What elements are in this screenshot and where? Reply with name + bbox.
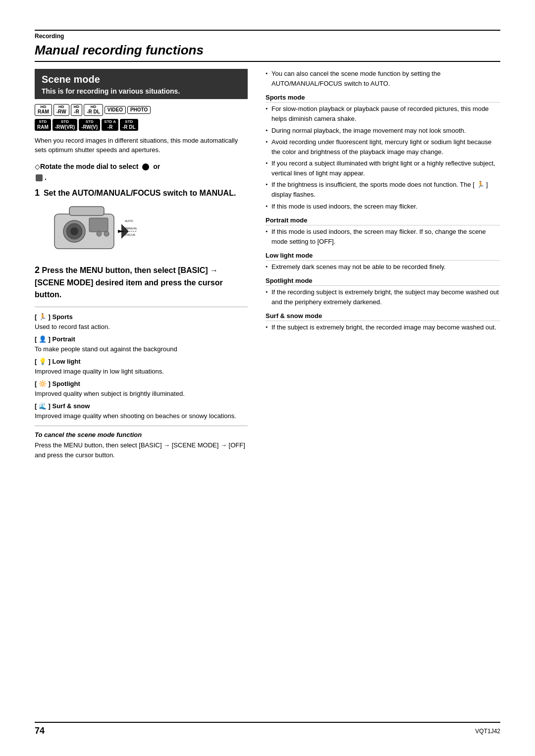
portrait-mode-bullets: If this mode is used indoors, the screen… [266, 227, 500, 247]
cancel-title: To cancel the scene mode function [35, 431, 248, 438]
surf-bullet-1: If the subject is extremely bright, the … [266, 323, 500, 332]
surf-icon-section: [ 🌊 ] Surf & snow Improved image quality… [35, 401, 248, 421]
lowlight-desc: Improved image quality in low light situ… [35, 368, 164, 375]
cancel-text: Press the MENU button, then select [BASI… [35, 440, 248, 460]
surf-mode-bullets: If the subject is extremely bright, the … [266, 323, 500, 332]
intro-text: When you record images in different situ… [35, 136, 248, 155]
svg-text:FOCUS: FOCUS [125, 233, 135, 236]
lowlight-bullet-1: Extremely dark scenes may not be able to… [266, 262, 500, 272]
step-1: 1 Set the AUTO/MANUAL/FOCUS switch to MA… [35, 188, 248, 198]
sports-mode-bullets: For slow-motion playback or playback pau… [266, 104, 500, 211]
surf-label: [ 🌊 ] Surf & snow [35, 402, 90, 410]
surf-mode-title: Surf & snow mode [266, 312, 500, 321]
rotate-text: ◇Rotate the mode dial to select or . [35, 161, 248, 183]
badge-video: VIDEO [105, 106, 126, 114]
right-intro-bullets: You can also cancel the scene mode funct… [266, 69, 500, 89]
lowlight-icon-section: [ 💡 ] Low light Improved image quality i… [35, 357, 248, 376]
portrait-mode-title: Portrait mode [266, 216, 500, 225]
svg-rect-5 [69, 207, 104, 216]
sports-bullet-1: For slow-motion playback or playback pau… [266, 104, 500, 124]
badge-std-rwvr: STD-RW(VR) [53, 119, 77, 131]
surf-mode-section: Surf & snow mode If the subject is extre… [266, 312, 500, 332]
scene-mode-box: Scene mode This is for recording in vari… [35, 69, 248, 99]
camcorder-svg: AUTO MANUAL FOCUS [45, 204, 144, 259]
portrait-bullet-1: If this mode is used indoors, the screen… [266, 227, 500, 247]
sports-mode-title: Sports mode [266, 94, 500, 103]
sports-bullet-3: Avoid recording under fluorescent light,… [266, 137, 500, 157]
lowlight-mode-section: Low light mode Extremely dark scenes may… [266, 252, 500, 272]
page-footer: 74 VQT1J42 [35, 722, 500, 736]
badge-stda-r: STD A-R [102, 119, 118, 131]
step2-number: 2 [35, 265, 40, 275]
svg-point-7 [104, 231, 109, 236]
lowlight-label: [ 💡 ] Low light [35, 358, 81, 365]
top-rule [35, 30, 500, 31]
divider-1 [35, 307, 248, 307]
or-text: or [153, 162, 160, 170]
svg-rect-4 [89, 218, 108, 232]
badge-row-std: STDRAM STD-RW(VR) STD-RW(V) STD A-R STD-… [35, 119, 248, 131]
step-2: 2 Press the MENU button, then select [BA… [35, 264, 248, 301]
cancel-section: To cancel the scene mode function Press … [35, 426, 248, 460]
badge-hd-rdl: HD-R DL [84, 104, 103, 116]
scene-mode-subtitle: This is for recording in various situati… [42, 87, 241, 95]
spotlight-mode-bullets: If the recording subject is extremely br… [266, 287, 500, 307]
page-number: 74 [35, 726, 45, 736]
badge-hd-r: HD-R [71, 104, 83, 116]
page-title: Manual recording functions [35, 43, 500, 62]
surf-desc: Improved image quality when shooting on … [35, 412, 236, 420]
portrait-label: [ 👤 ] Portrait [35, 335, 75, 343]
spotlight-mode-title: Spotlight mode [266, 277, 500, 286]
svg-text:MANUAL: MANUAL [125, 227, 138, 230]
badge-std-rwv: STD-RW(V) [79, 119, 100, 131]
rotate-label: ◇Rotate the mode dial to select [35, 162, 138, 170]
badge-std-rdl: STD-R DL [120, 119, 138, 131]
step2-content: Press the MENU button, then select [BASI… [35, 266, 223, 299]
model-number: VQT1J42 [475, 728, 500, 735]
badge-row-hd: HDRAM HD-RW HD-R HD-R DL VIDEO PHOTO [35, 104, 248, 116]
sports-bullet-5: If the brightness is insufficient, the s… [266, 180, 500, 200]
spotlight-mode-section: Spotlight mode If the recording subject … [266, 277, 500, 307]
spotlight-desc: Improved quality when subject is brightl… [35, 390, 185, 397]
portrait-icon-section: [ 👤 ] Portrait To make people stand out … [35, 334, 248, 354]
sports-icon-section: [ 🏃 ] Sports Used to record fast action. [35, 312, 248, 331]
right-intro-bullet-1: You can also cancel the scene mode funct… [266, 69, 500, 89]
spotlight-icon-section: [ 🔆 ] Spotlight Improved quality when su… [35, 379, 248, 398]
sports-bullet-4: If you record a subject illuminated with… [266, 159, 500, 178]
svg-point-3 [70, 227, 78, 235]
sports-label: [ 🏃 ] Sports [35, 313, 73, 321]
step1-title: Set the AUTO/MANUAL/FOCUS switch to MANU… [44, 189, 236, 197]
sports-desc: Used to record fast action. [35, 323, 110, 330]
mode-dial-icon [142, 163, 149, 170]
badge-photo: PHOTO [127, 106, 151, 114]
mode-dial-icon-2 [36, 174, 43, 181]
badge-std-ram: STDRAM [35, 119, 51, 131]
step1-number: 1 [35, 188, 40, 198]
svg-text:AUTO: AUTO [125, 219, 133, 222]
svg-point-6 [97, 231, 102, 236]
spotlight-bullet-1: If the recording subject is extremely br… [266, 287, 500, 307]
sports-bullet-2: During normal playback, the image moveme… [266, 126, 500, 136]
camcorder-illustration: AUTO MANUAL FOCUS [45, 204, 144, 259]
badge-hd-ram: HDRAM [35, 104, 52, 116]
step2-title: 2 Press the MENU button, then select [BA… [35, 264, 248, 301]
spotlight-label: [ 🔆 ] Spotlight [35, 380, 80, 387]
main-content: Scene mode This is for recording in vari… [35, 69, 500, 460]
sports-mode-section: Sports mode For slow-motion playback or … [266, 94, 500, 211]
lowlight-mode-title: Low light mode [266, 252, 500, 261]
scene-mode-title: Scene mode [42, 74, 241, 85]
period: . [45, 173, 47, 181]
lowlight-mode-bullets: Extremely dark scenes may not be able to… [266, 262, 500, 272]
sports-bullet-6: If this mode is used indoors, the screen… [266, 202, 500, 212]
portrait-desc: To make people stand out against the bac… [35, 345, 177, 353]
badge-hd-rw: HD-RW [54, 104, 69, 116]
right-column: You can also cancel the scene mode funct… [266, 69, 500, 460]
left-column: Scene mode This is for recording in vari… [35, 69, 248, 460]
portrait-mode-section: Portrait mode If this mode is used indoo… [266, 216, 500, 247]
section-label: Recording [35, 33, 500, 40]
